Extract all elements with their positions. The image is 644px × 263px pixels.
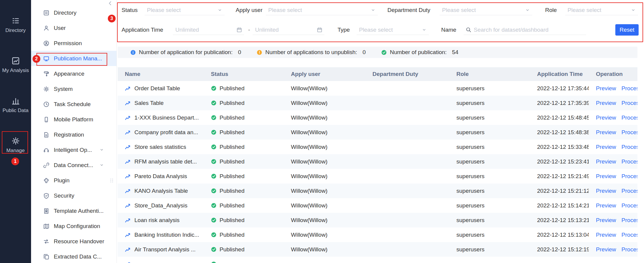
preview-link[interactable]: Preview <box>596 202 616 209</box>
row-application-time: 2022-12-12 15:13:04 <box>530 232 589 238</box>
row-operation-cell: PreviewProcess <box>589 173 637 180</box>
preview-link[interactable]: Preview <box>596 232 616 238</box>
application-time-end-input[interactable] <box>253 27 317 33</box>
preview-link[interactable]: Preview <box>596 173 616 180</box>
trend-chart-icon <box>125 203 131 209</box>
preview-link[interactable]: Preview <box>596 85 616 92</box>
application-time-end-field[interactable] <box>253 25 324 35</box>
row-name: Loan risk analysis <box>134 217 180 224</box>
process-link[interactable]: Process <box>622 232 637 238</box>
sidebar-collapse-icon[interactable] <box>108 1 114 7</box>
stat-item-1: Number of applications to unpublish:0 <box>257 49 366 56</box>
sidebar-item-system[interactable]: System <box>31 81 116 97</box>
preview-link[interactable]: Preview <box>596 188 616 194</box>
sidebar-item-appearance[interactable]: Appearance <box>31 66 116 81</box>
sidebar-item-publication-mana[interactable]: Publication Mana... <box>31 51 116 66</box>
application-time-start-input[interactable] <box>173 27 237 33</box>
nav-item-my-analysis[interactable]: My Analysis <box>0 57 31 74</box>
row-name-cell[interactable]: Order Detail Table <box>118 85 204 92</box>
published-check-icon <box>211 247 217 252</box>
preview-link[interactable]: Preview <box>596 100 616 106</box>
status-filter-select[interactable]: Please select <box>145 5 225 15</box>
sidebar-item-task-schedule[interactable]: Task Schedule <box>31 97 116 112</box>
sidebar-item-data-connect[interactable]: Data Connect... <box>31 158 116 173</box>
left-nav: DirectoryMy AnalysisPublic DataManage <box>0 0 31 263</box>
stats-bar: Number of application for publication:0N… <box>118 47 637 58</box>
data-connection-icon <box>43 162 49 168</box>
row-role: superusers <box>449 217 530 224</box>
row-role: superusers <box>449 173 530 180</box>
sidebar-item-label: Plugin <box>54 177 70 184</box>
my-analysis-icon <box>12 57 20 65</box>
sidebar-resize-handle[interactable] <box>109 176 115 185</box>
nav-item-manage[interactable]: Manage <box>0 137 31 154</box>
process-link[interactable]: Process <box>622 188 637 194</box>
process-link[interactable]: Process <box>622 85 637 92</box>
sidebar-item-extracted-data-c[interactable]: Extracted Data C... <box>31 249 116 263</box>
role-filter-select[interactable]: Please select <box>565 5 638 15</box>
sidebar-item-plugin[interactable]: Plugin <box>31 173 116 188</box>
nav-item-directory[interactable]: Directory <box>0 17 31 33</box>
preview-link[interactable]: Preview <box>596 217 616 224</box>
status-label: Published <box>220 129 244 136</box>
reset-button[interactable]: Reset <box>615 24 639 36</box>
row-name-cell[interactable]: RFM analysis table det... <box>118 158 204 165</box>
department-duty-filter-select[interactable]: Please select <box>440 5 532 15</box>
process-link[interactable]: Process <box>622 114 637 121</box>
sidebar-item-user[interactable]: User <box>31 20 116 36</box>
row-name-cell[interactable]: Store_Data_Analysis <box>118 202 204 209</box>
published-check-icon <box>211 203 217 208</box>
process-link[interactable]: Process <box>622 173 637 180</box>
process-link[interactable]: Process <box>622 217 637 224</box>
sidebar-item-intelligent-op[interactable]: Intelligent Op... <box>31 142 116 158</box>
sidebar-item-template-authenti[interactable]: Template Authenti... <box>31 203 116 218</box>
row-status-cell: Published <box>204 144 284 150</box>
published-check-icon <box>211 115 217 120</box>
process-link[interactable]: Process <box>622 202 637 209</box>
row-name-cell[interactable]: Banking Institution Indic... <box>118 232 204 238</box>
row-name-cell[interactable]: Store sales statistics <box>118 144 204 150</box>
preview-link[interactable]: Preview <box>596 129 616 136</box>
sidebar-item-label: Security <box>54 192 74 199</box>
sidebar-item-directory[interactable]: Directory <box>31 5 116 20</box>
row-name-cell[interactable]: Sales Table <box>118 100 204 106</box>
sidebar-item-mobile-platform[interactable]: Mobile Platform <box>31 112 116 127</box>
row-role: superusers <box>449 246 530 253</box>
process-link[interactable]: Process <box>622 246 637 253</box>
row-name-cell[interactable]: Loan risk analysis <box>118 217 204 224</box>
apply-user-filter-select[interactable]: Please select <box>266 5 378 15</box>
process-link[interactable]: Process <box>622 100 637 106</box>
sidebar-item-security[interactable]: Security <box>31 188 116 203</box>
process-link[interactable]: Process <box>622 158 637 165</box>
row-name-cell[interactable] <box>118 261 204 263</box>
name-search-field[interactable] <box>464 25 586 35</box>
process-link[interactable]: Process <box>622 129 637 136</box>
name-search-input[interactable] <box>471 27 586 33</box>
type-filter-select[interactable]: Please select <box>357 25 429 35</box>
sidebar-item-resource-handover[interactable]: Resource Handover <box>31 234 116 249</box>
application-time-start-field[interactable] <box>173 25 244 35</box>
row-name-cell[interactable]: Pareto Data Analysis <box>118 173 204 180</box>
row-name-cell[interactable]: 1-XXX Business Depart... <box>118 114 204 121</box>
status-label: Published <box>220 217 244 224</box>
preview-link[interactable]: Preview <box>596 246 616 253</box>
nav-item-public-data[interactable]: Public Data <box>0 97 31 114</box>
pending-icon <box>257 50 262 55</box>
row-status-cell: Published <box>204 202 284 209</box>
sidebar-item-map-configuration[interactable]: Map Configuration <box>31 218 116 234</box>
row-status-cell: Published <box>204 114 284 121</box>
row-name-cell[interactable]: KANO Analysis Table <box>118 188 204 194</box>
row-name-cell[interactable]: Company profit data an... <box>118 129 204 136</box>
status-label: Published <box>220 173 244 180</box>
calendar-icon[interactable] <box>237 27 242 33</box>
process-link[interactable]: Process <box>622 144 637 150</box>
manage-gear-icon <box>12 137 20 145</box>
row-name-cell[interactable]: Air Transport Analysis ... <box>118 246 204 253</box>
row-name: KANO Analysis Table <box>134 188 188 194</box>
sidebar-item-permission[interactable]: Permission <box>31 36 116 51</box>
preview-link[interactable]: Preview <box>596 158 616 165</box>
calendar-icon[interactable] <box>317 27 322 33</box>
sidebar-item-registration[interactable]: Registration <box>31 127 116 142</box>
preview-link[interactable]: Preview <box>596 144 616 150</box>
preview-link[interactable]: Preview <box>596 114 616 121</box>
